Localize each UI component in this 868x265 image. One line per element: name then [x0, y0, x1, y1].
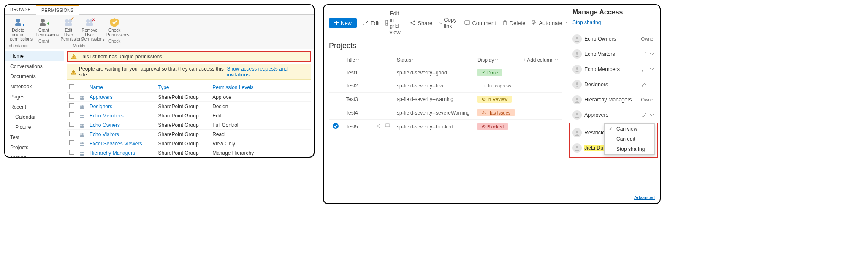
quick-launch-item[interactable]: Notebook	[5, 82, 64, 92]
quick-launch-item[interactable]: Recent	[5, 102, 64, 112]
principal-link[interactable]: Approvers	[90, 94, 113, 100]
menu-stop-sharing[interactable]: Stop sharing	[605, 144, 654, 154]
row-checkbox[interactable]	[69, 131, 74, 136]
group-icon	[77, 139, 87, 148]
more-icon[interactable]	[366, 123, 372, 128]
quick-launch-item[interactable]: Testing	[5, 153, 64, 158]
col-type[interactable]: Type	[156, 82, 210, 93]
row-checkbox[interactable]	[69, 94, 74, 99]
show-access-requests-link[interactable]: Show access requests and invitations.	[227, 66, 307, 78]
remove-user-permissions-button[interactable]: × Remove User Permissions	[80, 16, 99, 43]
tab-browse[interactable]: BROWSE	[5, 5, 36, 14]
delete-command[interactable]: Delete	[502, 20, 526, 26]
col-title[interactable]: Title	[342, 55, 363, 66]
principal-link[interactable]: Echo Owners	[90, 122, 120, 128]
quick-launch-item[interactable]: Projects	[5, 142, 64, 153]
svg-point-14	[80, 96, 82, 98]
grant-permissions-button[interactable]: + Grant Permissions	[34, 16, 53, 38]
delete-unique-permissions-button[interactable]: Delete unique permissions	[8, 16, 28, 43]
permission-row[interactable]: DesignersSharePoint GroupDesign	[67, 102, 311, 111]
chevron-down-icon[interactable]	[649, 52, 655, 57]
direct-access-icon[interactable]	[641, 52, 647, 57]
access-row[interactable]: Approvers	[572, 107, 655, 123]
principal-link[interactable]: Designers	[90, 104, 112, 109]
principal-link[interactable]: Echo Visitors	[90, 131, 119, 137]
check-permissions-button[interactable]: Check Permissions	[105, 16, 124, 38]
col-permission-levels[interactable]: Permission Levels	[210, 82, 311, 93]
select-all-checkbox[interactable]	[69, 84, 74, 89]
access-row[interactable]: Echo Visitors	[572, 46, 655, 62]
edit-user-permissions-button[interactable]: Edit User Permissions	[59, 16, 78, 43]
access-row[interactable]: Echo Members	[572, 62, 655, 77]
permission-row[interactable]: Echo MembersSharePoint GroupEdit	[67, 111, 311, 120]
comment-command[interactable]: Comment	[464, 20, 496, 26]
command-bar: New Edit Edit in grid view Share Copy li…	[329, 8, 562, 40]
principal-link[interactable]: Hierarchy Managers	[90, 150, 135, 156]
row-checkbox[interactable]	[69, 150, 74, 155]
stop-sharing-link[interactable]: Stop sharing	[572, 19, 655, 25]
copy-link-command[interactable]: Copy link	[438, 16, 458, 29]
menu-can-view[interactable]: ✓Can view	[605, 124, 654, 134]
display-pill: ⊘In Review	[477, 96, 512, 103]
access-row[interactable]: Designers	[572, 77, 655, 92]
share-command[interactable]: Share	[410, 20, 432, 26]
selected-icon	[332, 125, 339, 131]
quick-launch-item[interactable]: Documents	[5, 71, 64, 82]
new-button[interactable]: New	[329, 18, 357, 28]
list-item[interactable]: Test3sp-field-severity--warning⊘In Revie…	[329, 93, 562, 106]
col-name[interactable]: Name	[87, 82, 156, 93]
col-add-column[interactable]: + Add column	[519, 55, 562, 66]
permission-row[interactable]: Excel Services ViewersSharePoint GroupVi…	[67, 139, 311, 148]
quick-launch-nav[interactable]: HomeConversationsDocumentsNotebookPagesR…	[5, 49, 64, 158]
quick-launch-item[interactable]: Test	[5, 132, 64, 142]
principal-type: SharePoint Group	[156, 111, 210, 120]
permission-row[interactable]: Echo OwnersSharePoint GroupFull Control	[67, 120, 311, 130]
quick-launch-item[interactable]: Conversations	[5, 61, 64, 71]
list-item[interactable]: Test2sp-field-severity--low→In progress	[329, 79, 562, 93]
svg-rect-19	[80, 107, 84, 109]
row-checkbox[interactable]	[69, 122, 74, 127]
permission-row[interactable]: Echo VisitorsSharePoint GroupRead	[67, 130, 311, 139]
svg-text:!: !	[73, 55, 75, 59]
pencil-icon[interactable]	[641, 112, 647, 118]
chevron-down-icon[interactable]	[649, 67, 655, 72]
row-checkbox[interactable]	[69, 103, 74, 108]
row-checkbox[interactable]	[69, 140, 74, 145]
col-display[interactable]: Display	[474, 55, 520, 66]
svg-point-2	[41, 19, 45, 23]
svg-rect-25	[80, 126, 84, 128]
svg-point-47	[411, 22, 412, 24]
col-status[interactable]: Status	[393, 55, 474, 66]
quick-launch-item[interactable]: Home	[5, 51, 64, 61]
chevron-down-icon[interactable]	[649, 112, 655, 118]
pencil-icon[interactable]	[641, 67, 647, 72]
share-icon[interactable]	[376, 123, 381, 128]
automate-command[interactable]: Automate	[531, 20, 567, 26]
svg-rect-3	[40, 23, 46, 26]
comment-icon[interactable]	[385, 123, 390, 128]
quick-launch-item[interactable]: Pages	[5, 92, 64, 102]
advanced-link[interactable]: Advanced	[572, 195, 655, 200]
edit-command[interactable]: Edit	[363, 20, 380, 26]
list-item[interactable]: Test1sp-field-severity--good✓Done	[329, 66, 562, 79]
principal-link[interactable]: Echo Members	[90, 113, 124, 119]
svg-rect-28	[80, 135, 84, 137]
chevron-down-icon[interactable]	[649, 82, 655, 87]
edit-grid-command[interactable]: Edit in grid view	[385, 10, 404, 36]
pencil-icon[interactable]	[641, 82, 647, 87]
permission-row[interactable]: ApproversSharePoint GroupApprove	[67, 93, 311, 102]
quick-launch-item[interactable]: Picture	[5, 122, 64, 132]
menu-can-edit[interactable]: Can edit	[605, 134, 654, 144]
warning-icon: !	[71, 69, 76, 75]
list-item[interactable]: Test5sp-field-severity--blocked⊘Blocked	[329, 120, 562, 134]
permission-row[interactable]: Hierarchy ManagersSharePoint GroupManage…	[67, 148, 311, 158]
list-item[interactable]: Test4sp-field-severity--severeWarning⚠Ha…	[329, 106, 562, 120]
group-icon	[77, 102, 87, 111]
permission-level-menu[interactable]: ✓Can view Can edit Stop sharing	[604, 123, 655, 155]
principal-link[interactable]: Excel Services Viewers	[90, 141, 142, 147]
access-row[interactable]: Hierarchy ManagersOwner	[572, 92, 655, 107]
quick-launch-item[interactable]: Calendar	[5, 112, 64, 122]
tab-permissions[interactable]: PERMISSIONS	[36, 5, 79, 15]
access-row[interactable]: Echo OwnersOwner	[572, 31, 655, 46]
row-checkbox[interactable]	[69, 112, 74, 117]
